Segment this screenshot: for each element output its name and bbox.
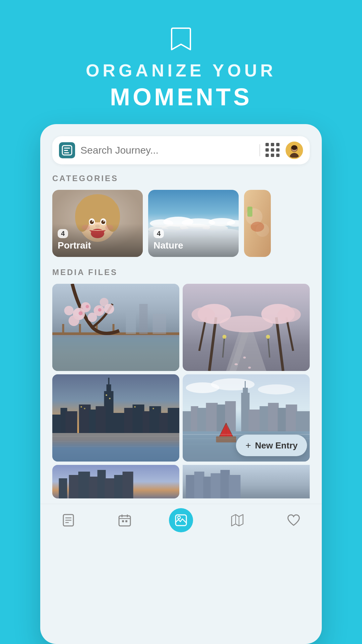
- nav-item-calendar[interactable]: [111, 510, 138, 530]
- portrait-count: 4: [58, 229, 68, 238]
- svg-point-71: [192, 307, 215, 322]
- nav-item-journal[interactable]: [55, 510, 82, 530]
- svg-rect-128: [216, 436, 236, 442]
- category-portrait-overlay: 4 Portrait: [52, 224, 143, 257]
- svg-point-110: [211, 378, 255, 390]
- svg-rect-63: [153, 314, 166, 334]
- svg-rect-92: [113, 413, 126, 433]
- nav-item-gallery[interactable]: [168, 510, 194, 530]
- tagline-line2: MOMENTS: [110, 83, 252, 111]
- svg-rect-138: [59, 478, 67, 498]
- phone-mockup: CATEGORIES: [40, 124, 322, 644]
- media-photo-city1[interactable]: [52, 374, 179, 462]
- bookmark-icon: [171, 27, 191, 51]
- svg-point-7: [291, 145, 297, 150]
- svg-rect-127: [296, 411, 310, 431]
- search-divider: [259, 144, 260, 156]
- svg-rect-91: [96, 406, 106, 433]
- nav-item-favorites[interactable]: [280, 510, 307, 530]
- svg-point-80: [248, 367, 251, 369]
- svg-rect-96: [149, 406, 161, 433]
- media-grid: + New Entry: [40, 284, 322, 462]
- header: ORGANIZE YOUR MOMENTS: [0, 0, 362, 124]
- svg-rect-47: [79, 324, 81, 335]
- grid-icon[interactable]: [265, 143, 280, 158]
- category-card-portrait[interactable]: 4 Portrait: [52, 190, 143, 257]
- media-photo-city4-partial[interactable]: [183, 465, 310, 498]
- svg-point-58: [79, 311, 83, 315]
- phone-content: CATEGORIES: [40, 136, 322, 540]
- svg-point-73: [220, 316, 273, 332]
- svg-rect-147: [186, 475, 195, 498]
- svg-rect-85: [66, 411, 77, 433]
- svg-point-57: [64, 306, 74, 315]
- media-photo-cherry1[interactable]: [52, 284, 179, 371]
- svg-rect-41: [247, 207, 252, 217]
- media-photo-city3[interactable]: [52, 465, 179, 498]
- category-nature-overlay: 4 Nature: [148, 224, 239, 257]
- svg-point-164: [178, 516, 180, 519]
- svg-point-75: [223, 335, 227, 339]
- svg-rect-82: [52, 433, 179, 462]
- media-photo-city2[interactable]: + New Entry: [183, 374, 310, 462]
- svg-point-42: [251, 222, 264, 232]
- svg-rect-98: [168, 408, 180, 433]
- svg-point-78: [235, 363, 238, 365]
- search-input[interactable]: [80, 145, 254, 156]
- svg-rect-103: [134, 406, 136, 408]
- svg-point-19: [103, 220, 105, 222]
- nature-name: Nature: [154, 240, 233, 251]
- svg-rect-94: [133, 405, 144, 433]
- svg-rect-150: [211, 473, 222, 498]
- svg-rect-101: [106, 394, 107, 396]
- svg-rect-142: [98, 470, 106, 498]
- svg-rect-120: [243, 388, 248, 395]
- fab-plus-icon: +: [245, 440, 251, 451]
- svg-rect-46: [62, 324, 64, 335]
- svg-rect-141: [89, 477, 99, 498]
- categories-scroll[interactable]: 4 Portrait: [40, 190, 322, 268]
- svg-rect-123: [260, 406, 269, 431]
- bottom-nav: [40, 504, 322, 540]
- app-logo: [59, 142, 75, 158]
- category-card-nature[interactable]: 4 Nature: [148, 190, 239, 257]
- portrait-name: Portrait: [58, 240, 137, 251]
- svg-rect-145: [123, 472, 133, 498]
- categories-label: CATEGORIES: [52, 174, 310, 183]
- svg-rect-44: [52, 337, 179, 371]
- svg-point-59: [86, 305, 89, 308]
- search-bar[interactable]: [52, 136, 310, 164]
- svg-rect-113: [183, 411, 192, 431]
- svg-rect-124: [268, 403, 279, 431]
- svg-rect-100: [84, 408, 85, 409]
- svg-point-60: [98, 308, 102, 312]
- svg-rect-3: [64, 152, 69, 153]
- svg-point-56: [104, 304, 114, 314]
- svg-point-4: [290, 153, 299, 158]
- media-photo-cherry2[interactable]: [183, 284, 310, 371]
- category-card-food[interactable]: [244, 190, 271, 257]
- svg-rect-144: [114, 475, 124, 498]
- svg-rect-122: [249, 410, 261, 431]
- nav-item-map[interactable]: [224, 510, 251, 530]
- svg-point-52: [69, 315, 79, 326]
- svg-point-79: [243, 357, 246, 359]
- svg-point-18: [92, 220, 93, 222]
- gallery-active-bg: [169, 508, 193, 532]
- svg-point-111: [258, 384, 295, 394]
- svg-rect-152: [229, 475, 241, 498]
- new-entry-fab[interactable]: + New Entry: [236, 435, 307, 456]
- svg-rect-143: [105, 478, 115, 498]
- svg-rect-62: [139, 304, 148, 334]
- svg-rect-149: [203, 477, 212, 498]
- svg-rect-99: [81, 406, 82, 408]
- svg-rect-1: [64, 148, 70, 149]
- svg-rect-139: [69, 475, 79, 498]
- svg-rect-125: [278, 408, 287, 431]
- user-avatar[interactable]: [286, 142, 303, 159]
- tagline-line1: ORGANIZE YOUR: [86, 60, 276, 80]
- fab-label: New Entry: [255, 440, 298, 451]
- svg-rect-102: [109, 398, 111, 399]
- svg-rect-151: [221, 470, 230, 498]
- svg-rect-119: [241, 393, 250, 431]
